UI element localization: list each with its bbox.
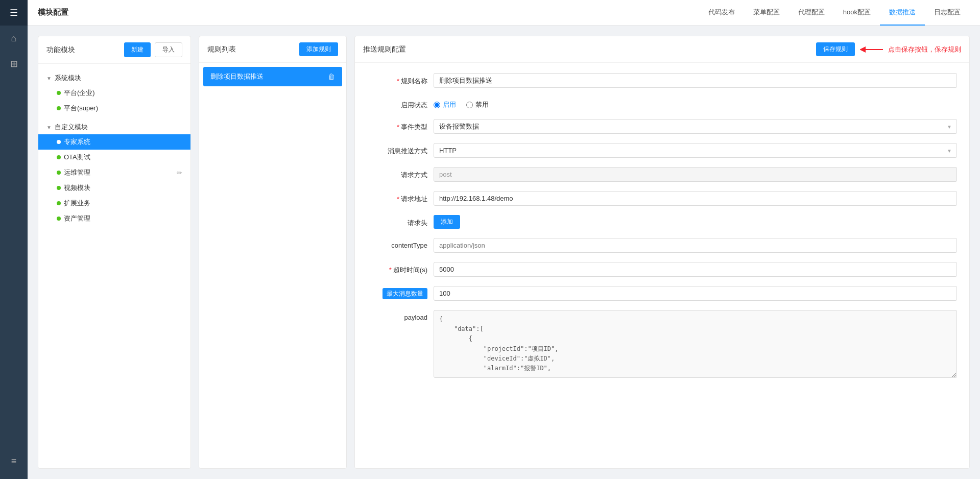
save-rule-button[interactable]: 保存规则 [816, 42, 855, 56]
payload-label: payload [367, 310, 434, 321]
sidebar-grid[interactable]: ⊞ [0, 51, 28, 77]
rule-item-label: 删除项目数据推送 [210, 72, 264, 81]
tab-hook-config[interactable]: hook配置 [834, 0, 880, 26]
chevron-down-icon: ▼ [46, 76, 52, 81]
tree-item-label: 专家系统 [64, 137, 90, 147]
radio-enable[interactable]: 启用 [434, 100, 456, 109]
request-url-label: 请求地址 [367, 191, 434, 204]
edit-icon[interactable]: ✏ [177, 169, 182, 177]
form-row-request-method: 请求方式 [367, 167, 957, 182]
tab-data-push[interactable]: 数据推送 [880, 0, 925, 26]
add-rule-button[interactable]: 添加规则 [299, 42, 338, 56]
arrow-icon [860, 44, 886, 55]
timeout-input[interactable] [434, 262, 957, 277]
menu-icon: ☰ [10, 7, 18, 18]
status-dot [57, 140, 61, 144]
status-dot [57, 201, 61, 205]
enable-option: 启用 [443, 100, 456, 109]
status-dot [57, 171, 61, 175]
tree-item-ops-management[interactable]: 运维管理 ✏ [38, 165, 190, 180]
tree-item-platform-super[interactable]: 平台(super) [38, 101, 190, 116]
msg-send-label: 消息推送方式 [367, 143, 434, 156]
middle-panel-title: 规则列表 [207, 45, 236, 54]
tree-item-label: 平台(企业) [64, 88, 95, 98]
content-area: 功能模块 新建 导入 ▼ 系统模块 平台(企业) [28, 26, 980, 479]
form-row-timeout: 超时时间(s) [367, 262, 957, 277]
rule-name-input[interactable] [434, 73, 957, 88]
tree-item-label: 资产管理 [64, 214, 90, 223]
tree-item-label: 平台(super) [64, 104, 98, 113]
main-area: 模块配置 代码发布 菜单配置 代理配置 hook配置 数据推送 日志配置 功能模… [28, 0, 980, 479]
sidebar-settings[interactable]: ≡ [0, 448, 28, 474]
msg-send-select-wrapper: HTTP [434, 143, 957, 158]
request-method-label: 请求方式 [367, 167, 434, 180]
tab-proxy-config[interactable]: 代理配置 [789, 0, 834, 26]
left-panel-title: 功能模块 [46, 45, 75, 55]
disable-option: 禁用 [475, 100, 489, 109]
event-type-label: 事件类型 [367, 119, 434, 132]
tree-section-system: ▼ 系统模块 平台(企业) 平台(super) [38, 69, 190, 118]
tab-code-publish[interactable]: 代码发布 [699, 0, 744, 26]
middle-panel-actions: 添加规则 [299, 42, 338, 56]
annotation-text: 点击保存按钮，保存规则 [888, 45, 961, 54]
sidebar-home[interactable]: ⌂ [0, 26, 28, 51]
request-header-label: 请求头 [367, 215, 434, 228]
nav-tabs: 代码发布 菜单配置 代理配置 hook配置 数据推送 日志配置 [699, 0, 970, 26]
chevron-down-icon: ▼ [46, 125, 52, 130]
sidebar-logo: ☰ [0, 0, 28, 26]
payload-textarea[interactable]: { "data":[ { "projectId":"项目ID", "device… [434, 310, 957, 378]
form-row-request-url: 请求地址 [367, 191, 957, 206]
tree-item-expand-business[interactable]: 扩展业务 [38, 196, 190, 211]
import-button[interactable]: 导入 [155, 42, 182, 57]
delete-icon[interactable]: 🗑 [328, 73, 335, 81]
system-group-label: 系统模块 [55, 74, 81, 83]
tree-group-custom[interactable]: ▼ 自定义模块 [38, 120, 190, 134]
content-type-label: contentType [367, 238, 434, 249]
right-panel-body: 规则名称 启用状态 启用 禁用 [355, 63, 969, 468]
status-dot [57, 217, 61, 221]
add-header-button[interactable]: 添加 [434, 215, 460, 229]
msg-send-select[interactable]: HTTP [434, 143, 957, 158]
tree-item-label: OTA测试 [64, 153, 90, 162]
form-row-rule-name: 规则名称 [367, 73, 957, 88]
tree-item-asset-management[interactable]: 资产管理 [38, 211, 190, 226]
max-msg-label-highlight: 最大消息数量 [383, 288, 427, 299]
form-row-msg-send: 消息推送方式 HTTP [367, 143, 957, 158]
form-row-content-type: contentType [367, 238, 957, 253]
middle-panel: 规则列表 添加规则 删除项目数据推送 🗑 [199, 36, 347, 469]
status-dot [57, 186, 61, 190]
tree-item-platform-enterprise[interactable]: 平台(企业) [38, 85, 190, 101]
form-row-max-msg: 最大消息数量 [367, 286, 957, 301]
max-msg-label: 最大消息数量 [367, 286, 434, 298]
left-panel: 功能模块 新建 导入 ▼ 系统模块 平台(企业) [38, 36, 191, 469]
tree-group-system[interactable]: ▼ 系统模块 [38, 71, 190, 85]
new-button[interactable]: 新建 [124, 42, 151, 57]
rule-name-label: 规则名称 [367, 73, 434, 86]
tree-section-custom: ▼ 自定义模块 专家系统 OTA测试 运维管理 ✏ [38, 118, 190, 228]
tab-log-config[interactable]: 日志配置 [925, 0, 970, 26]
middle-panel-header: 规则列表 添加规则 [199, 36, 346, 63]
status-dot [57, 106, 61, 110]
enable-status-label: 启用状态 [367, 97, 434, 110]
event-type-select-wrapper: 设备报警数据 [434, 119, 957, 134]
left-panel-header: 功能模块 新建 导入 [38, 36, 190, 64]
event-type-select[interactable]: 设备报警数据 [434, 119, 957, 134]
tree-item-label: 扩展业务 [64, 199, 90, 208]
tree-item-ota-test[interactable]: OTA测试 [38, 150, 190, 165]
radio-disable[interactable]: 禁用 [466, 100, 489, 109]
status-dot [57, 155, 61, 159]
request-url-input[interactable] [434, 191, 957, 206]
status-dot [57, 91, 61, 95]
topnav: 模块配置 代码发布 菜单配置 代理配置 hook配置 数据推送 日志配置 [28, 0, 980, 26]
tree-item-video-module[interactable]: 视频模块 [38, 180, 190, 196]
max-msg-input[interactable] [434, 286, 957, 301]
sidebar: ☰ ⌂ ⊞ ≡ [0, 0, 28, 479]
content-type-input[interactable] [434, 238, 957, 253]
tab-menu-config[interactable]: 菜单配置 [744, 0, 789, 26]
form-row-event-type: 事件类型 设备报警数据 [367, 119, 957, 134]
tree-item-expert-system[interactable]: 专家系统 [38, 134, 190, 150]
right-panel-header: 推送规则配置 保存规则 点击保存按钮，保存规则 [355, 36, 969, 63]
rule-item[interactable]: 删除项目数据推送 🗑 [203, 67, 342, 86]
left-panel-body: ▼ 系统模块 平台(企业) 平台(super) ▼ [38, 64, 190, 468]
right-panel-title: 推送规则配置 [363, 45, 406, 54]
